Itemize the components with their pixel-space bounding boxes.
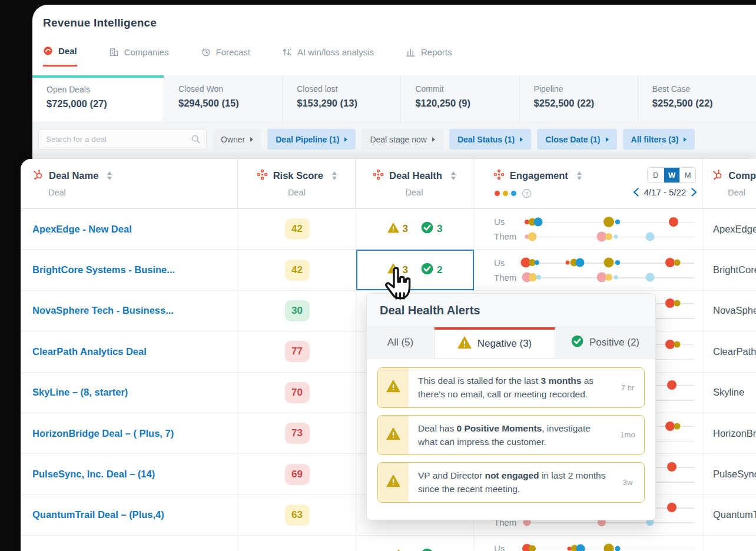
alert-timestamp: 3w — [611, 463, 644, 502]
nav-tab-reports[interactable]: Reports — [406, 46, 452, 67]
period-option-w[interactable]: W — [664, 168, 679, 182]
filter-button-owner[interactable]: Owner — [213, 129, 261, 150]
deal-name-link[interactable]: NovaSphere Tech - Business... — [32, 305, 174, 316]
engagement-dot — [674, 341, 681, 347]
summary-card-best-case[interactable]: Best Case$252,500 (22) — [638, 75, 756, 122]
risk-score-cell: 73 — [238, 413, 356, 453]
filter-button-all-filters-3-[interactable]: All filters (3) — [623, 129, 695, 150]
company-cell: ClearPath — [704, 331, 756, 371]
deal-health-cell-selected[interactable]: 32 — [356, 250, 474, 290]
caret-right-icon — [344, 137, 347, 142]
chevron-left-icon[interactable] — [633, 188, 639, 197]
table-row: ApexEdge - New Deal4233UsThemApexEdge — [21, 209, 756, 250]
forecast-icon — [201, 47, 211, 57]
period-option-m[interactable]: M — [679, 168, 695, 182]
company-cell: HorizonBridge — [704, 413, 756, 453]
filter-button-deal-pipeline-1-[interactable]: Deal Pipeline (1) — [267, 129, 356, 150]
filter-button-close-date-1-[interactable]: Close Date (1) — [537, 129, 616, 150]
column-header-risk-score[interactable]: Risk Score Deal — [238, 159, 356, 208]
popup-tab-all-5-[interactable]: All (5) — [367, 327, 435, 358]
nav-tab-label: AI win/loss analysis — [297, 47, 374, 57]
deal-name-link[interactable]: PulseSync, Inc. Deal – (14) — [32, 469, 155, 480]
summary-card-commit[interactable]: Commit$120,250 (9) — [400, 75, 519, 122]
search-input[interactable] — [38, 129, 207, 150]
sort-toggle[interactable] — [107, 171, 112, 180]
summary-card-closed-lost[interactable]: Closed lost$153,290 (13) — [282, 75, 400, 122]
engagement-dot — [604, 258, 614, 268]
deal-name-link[interactable]: ApexEdge - New Deal — [32, 224, 132, 235]
risk-score-cell: 77 — [238, 331, 356, 371]
caret-right-icon — [432, 137, 435, 142]
deal-name-link[interactable]: HorizonBridge Deal – ( Plus, 7) — [32, 428, 174, 439]
engagement-dot — [667, 462, 677, 472]
engagement-lane-them: Them — [494, 231, 694, 242]
column-header-deal-name[interactable]: Deal Name Deal — [21, 159, 238, 208]
engagement-cell: UsThem — [474, 536, 704, 551]
hubspot-sprocket-icon — [712, 169, 723, 182]
period-option-d[interactable]: D — [648, 168, 664, 182]
nav-tab-ai-win-loss-analysis[interactable]: AI win/loss analysis — [282, 46, 374, 67]
engagement-dot — [667, 380, 677, 390]
filter-button-deal-status-1-[interactable]: Deal Status (1) — [449, 129, 531, 150]
negative-count: 3 — [403, 264, 408, 276]
filter-button-deal-stage-now[interactable]: Deal stage now — [362, 129, 443, 150]
alert-card: VP and Director not engaged in last 2 mo… — [377, 462, 645, 503]
engagement-dot — [604, 543, 614, 551]
engagement-dot — [645, 273, 654, 282]
column-title: Risk Score — [273, 170, 323, 181]
risk-score-pill: 30 — [285, 300, 310, 321]
risk-score-cell — [238, 536, 356, 551]
sort-toggle[interactable] — [332, 171, 337, 180]
deal-name-link[interactable]: BrightCore Systems - Busine... — [32, 264, 175, 276]
table-header: Deal Name Deal Risk Score Deal Deal Heal… — [21, 159, 756, 209]
chevron-right-icon[interactable] — [691, 188, 697, 197]
nav-tab-companies[interactable]: Companies — [109, 46, 169, 67]
deal-name-link[interactable]: QuantumTrail Deal – (Plus,4) — [32, 509, 164, 520]
nav-tab-label: Deal — [58, 46, 77, 56]
column-header-deal-health[interactable]: Deal Health Deal — [356, 159, 473, 208]
card-value: $294,500 (15) — [178, 98, 268, 109]
popup-tab-label: Negative (3) — [478, 338, 532, 350]
nav-tab-deal[interactable]: Deal — [43, 46, 77, 67]
lane-label: Us — [494, 217, 523, 227]
engagement-dot — [605, 233, 612, 240]
alert-stripe — [378, 463, 409, 502]
column-title: Engagement — [510, 170, 568, 181]
column-subtitle: Deal — [728, 188, 756, 197]
revenue-intelligence-app: { "header": { "title": "Revenue Intellig… — [0, 0, 756, 551]
summary-cards: Open Deals$725,000 (27)Closed Won$294,50… — [32, 75, 756, 122]
summary-card-closed-won[interactable]: Closed Won$294,500 (15) — [164, 75, 282, 122]
card-label: Commit — [415, 84, 505, 94]
column-title: Deal Health — [389, 170, 442, 181]
deal-name-link[interactable]: SkyLine – (8, starter) — [32, 387, 128, 398]
deal-name-link[interactable]: ClearPath Analytics Deal — [32, 346, 147, 357]
popup-tab-negative-3-[interactable]: Negative (3) — [435, 327, 555, 358]
plus-app-icon — [373, 169, 384, 182]
deal-health-cell[interactable] — [356, 536, 474, 551]
summary-card-open-deals[interactable]: Open Deals$725,000 (27) — [32, 75, 164, 122]
popup-alert-list: This deal is stalled for the last 3 mont… — [367, 359, 655, 503]
sort-toggle[interactable] — [577, 171, 582, 180]
reports-icon — [406, 47, 416, 57]
nav-tab-forecast[interactable]: Forecast — [201, 46, 250, 67]
deal-health-cell[interactable]: 33 — [356, 209, 474, 249]
sort-toggle[interactable] — [451, 171, 456, 180]
deal-icon — [43, 46, 53, 56]
period-toggle: DWM — [647, 167, 696, 183]
alert-card: Deal has 0 Positive Moments, investigate… — [377, 415, 645, 456]
popup-tab-positive-2-[interactable]: Positive (2) — [555, 327, 655, 358]
help-question-icon[interactable]: ? — [522, 188, 532, 198]
company-cell: PulseSync — [704, 454, 756, 494]
summary-card-pipeline[interactable]: Pipeline$252,500 (22) — [519, 75, 638, 122]
column-header-company[interactable]: Comp Deal — [702, 159, 756, 208]
caret-right-icon — [606, 137, 609, 142]
ai-winloss-icon — [282, 47, 292, 57]
nav-tab-label: Reports — [421, 47, 452, 57]
table-row: BrightCore Systems - Busine...4232UsThem… — [21, 250, 756, 290]
risk-score-cell: 42 — [238, 250, 356, 290]
date-range-label: 4/17 - 5/22 — [644, 187, 687, 197]
card-value: $153,290 (13) — [297, 98, 386, 109]
positive-alerts: 2 — [421, 263, 442, 278]
risk-score-pill: 42 — [285, 260, 310, 281]
lane-label: Us — [494, 258, 523, 268]
